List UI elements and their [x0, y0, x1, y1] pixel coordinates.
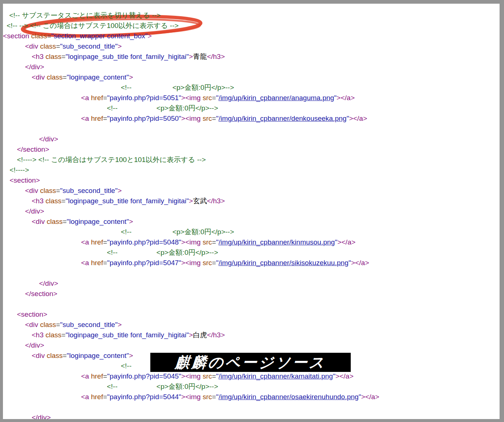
code-line: <a href="payinfo.php?pid=5048"><img src=…: [3, 237, 500, 247]
code-token-punct: =: [103, 115, 107, 122]
code-token-tag: </h3>: [207, 331, 225, 339]
code-line: <!-- サブステータスごとに表示を切り替える -->: [3, 10, 500, 21]
code-token-val: "payinfo.php?pid=5051": [107, 94, 181, 102]
code-token-attr: src: [203, 115, 212, 122]
code-line: </div>: [3, 206, 500, 217]
code-token-punct: =: [62, 53, 66, 60]
code-line: </div>: [3, 62, 500, 72]
code-token-comment: <!-- <p>金額:0円</p>-->: [107, 249, 218, 256]
code-token-val: ": [334, 94, 337, 102]
code-token-tag: <section>: [17, 310, 47, 318]
code-token-attr: class: [40, 321, 56, 328]
code-token-punct: =: [103, 94, 107, 102]
code-token-val: "section_wrapper content_box": [51, 32, 148, 40]
code-line: <!---->: [3, 165, 500, 175]
code-token-tag: <div: [32, 218, 47, 225]
code-token-tag: </div>: [25, 63, 44, 71]
code-line: </div>: [3, 412, 500, 419]
code-line: <a href="payinfo.php?pid=5050"><img src=…: [3, 113, 500, 124]
code-token-attr: class: [40, 187, 56, 194]
code-token-tag: ><img: [181, 372, 203, 380]
code-token-tag: ><img: [181, 393, 203, 401]
code-token-tag: </div>: [25, 341, 44, 349]
screenshot-frame: <!-- サブステータスごとに表示を切り替える --><!-- --> <!--…: [0, 0, 504, 422]
code-token-tag: ></a>: [337, 238, 356, 246]
code-token-tag: >: [129, 218, 133, 225]
code-token-tag: </div>: [32, 414, 51, 419]
code-line: <a href="payinfo.php?pid=5047"><img src=…: [3, 258, 500, 268]
code-token-val: "sub_second_title": [60, 42, 118, 50]
code-token-tag: >: [118, 42, 122, 50]
code-token-attr: class: [47, 218, 63, 225]
code-token-punct: =: [212, 115, 216, 122]
source-link[interactable]: /img/up/kirin_cpbanner/kinmusou.png: [218, 238, 335, 246]
code-token-tag: ><img: [181, 115, 203, 122]
code-token-text: 白虎: [193, 331, 207, 339]
code-token-attr: src: [203, 238, 212, 246]
code-token-attr: class: [47, 352, 63, 359]
source-link[interactable]: /img/up/kirin_cpbanner/denkouseeka.png: [218, 115, 347, 122]
code-token-attr: src: [203, 259, 212, 267]
code-line: <!-- --> <!-- この場合はサブステ100以外に表示する -->: [3, 21, 500, 31]
code-token-tag: >: [189, 197, 193, 205]
code-token-text: 玄武: [193, 197, 207, 205]
code-token-attr: href: [91, 94, 103, 102]
code-token-comment: <!-- <p>金額:0円</p>-->: [107, 104, 218, 112]
code-token-attr: class: [47, 73, 63, 81]
code-token-punct: =: [212, 372, 216, 380]
source-link[interactable]: /img/up/kirin_cpbanner/anaguma.png: [218, 94, 334, 102]
code-token-comment: <!-- <p>金額:0円</p>-->: [121, 84, 234, 91]
code-line: </div>: [3, 134, 500, 144]
code-token-val: "payinfo.php?pid=5047": [107, 259, 181, 267]
code-token-punct: =: [56, 187, 60, 194]
code-line: <!-- <p>金額:0円</p>-->: [3, 103, 500, 113]
code-token-tag: ><img: [181, 259, 203, 267]
source-link[interactable]: /img/up/kirin_cpbanner/osaekirenuhundo.p…: [218, 393, 358, 401]
code-line: </section>: [3, 289, 500, 299]
code-line: <div class="sub_second_title">: [3, 186, 500, 196]
code-token-tag: </div>: [39, 135, 58, 143]
code-token-attr: href: [91, 259, 103, 267]
code-token-val: "loginpage_sub_title font_family_higitai…: [66, 197, 189, 205]
source-link[interactable]: /img/up/kirin_cpbanner/sikisokuzekuu.png: [218, 259, 349, 267]
code-token-tag: <a: [81, 94, 91, 102]
code-line: [3, 299, 500, 309]
code-token-tag: ></a>: [351, 259, 369, 267]
code-line: [3, 402, 500, 412]
code-token-attr: class: [40, 42, 56, 50]
code-token-punct: =: [62, 197, 66, 205]
code-token-tag: ></a>: [361, 393, 379, 401]
code-token-val: "payinfo.php?pid=5048": [107, 238, 181, 246]
code-token-val: "payinfo.php?pid=5050": [107, 115, 181, 122]
code-token-val: ": [349, 259, 351, 267]
code-line: <section>: [3, 309, 500, 320]
code-token-attr: href: [91, 115, 103, 122]
code-token-tag: >: [129, 352, 133, 359]
code-token-attr: href: [91, 393, 103, 401]
code-token-attr: src: [203, 94, 212, 102]
code-token-tag: <div: [32, 73, 47, 81]
code-line: <a href="payinfo.php?pid=5045"><img src=…: [3, 371, 500, 381]
code-token-tag: </div>: [39, 279, 58, 287]
code-token-tag: ></a>: [337, 94, 355, 102]
code-line: <!-- <p>金額:0円</p>-->: [3, 247, 500, 258]
code-token-tag: <div: [25, 321, 40, 328]
code-token-tag: </div>: [25, 207, 44, 215]
code-token-val: ": [335, 238, 337, 246]
code-token-tag: </section>: [17, 145, 49, 153]
code-token-tag: >: [129, 73, 133, 81]
code-token-attr: href: [91, 238, 103, 246]
code-token-attr: href: [91, 372, 103, 380]
code-token-val: "payinfo.php?pid=5045": [107, 372, 181, 380]
code-token-val: "loginpage_sub_title font_family_higitai…: [66, 53, 189, 60]
code-token-punct: =: [63, 73, 67, 81]
code-token-val: "loginpage_content": [67, 352, 129, 359]
code-token-tag: ></a>: [349, 115, 367, 122]
source-link[interactable]: /img/up/kirin_cpbanner/kamaitati.png: [218, 372, 333, 380]
code-token-comment: <!---->: [10, 166, 29, 174]
code-line: <h3 class="loginpage_sub_title font_fami…: [3, 196, 500, 206]
code-token-tag: >: [118, 321, 122, 328]
code-line: <a href="payinfo.php?pid=5051"><img src=…: [3, 93, 500, 103]
code-token-tag: <h3: [32, 197, 46, 205]
code-token-tag: >: [189, 53, 193, 60]
